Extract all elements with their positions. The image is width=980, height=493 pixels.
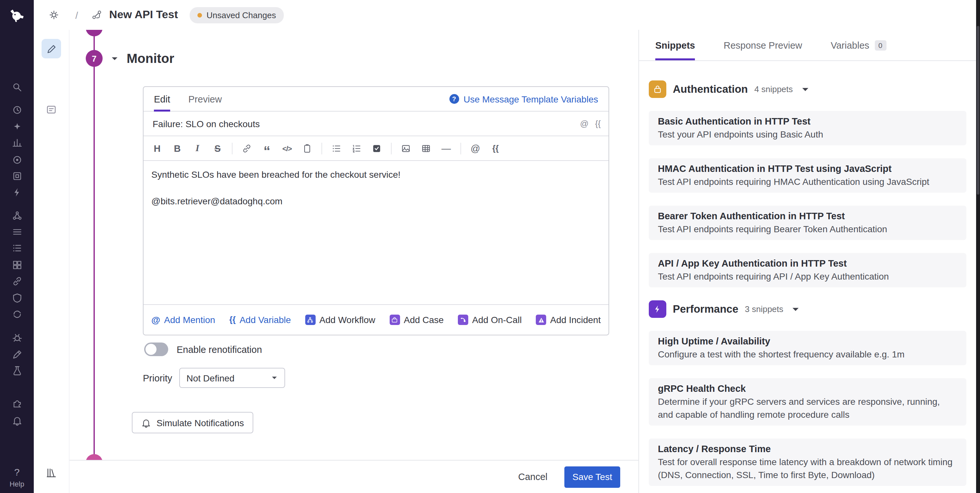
security-icon[interactable] xyxy=(0,290,34,306)
add-incident-button[interactable]: Add Incident xyxy=(536,315,601,325)
tab-response-preview[interactable]: Response Preview xyxy=(724,30,802,60)
mention-hint-icon[interactable]: @ xyxy=(580,119,589,128)
search-icon[interactable] xyxy=(0,79,34,95)
priority-label: Priority xyxy=(143,373,172,383)
add-variable-button[interactable]: {{ Add Variable xyxy=(229,315,291,325)
test-config-icon[interactable] xyxy=(34,104,69,116)
tab-preview[interactable]: Preview xyxy=(188,87,222,111)
snippet-item[interactable]: HMAC Authentication in HTTP Test using J… xyxy=(649,158,966,193)
sparkles-icon[interactable] xyxy=(0,119,34,134)
help-circle-icon: ? xyxy=(449,94,459,104)
unsaved-dot-icon xyxy=(197,13,202,17)
help-label: Help xyxy=(0,480,34,488)
step-title: Monitor xyxy=(127,51,174,66)
snippet-item[interactable]: API / App Key Authentication in HTTP Tes… xyxy=(649,253,966,287)
strikethrough-button[interactable]: S xyxy=(212,142,223,155)
error-tracking-icon[interactable] xyxy=(0,330,34,345)
horizontal-rule-icon[interactable]: — xyxy=(440,142,452,155)
image-icon[interactable] xyxy=(400,142,412,155)
synthetics-icon[interactable] xyxy=(0,346,34,362)
history-icon[interactable] xyxy=(0,102,34,117)
page-scrollbar[interactable] xyxy=(976,0,980,493)
case-icon xyxy=(389,315,400,325)
priority-select[interactable]: Not Defined xyxy=(179,368,285,388)
table-icon[interactable] xyxy=(420,142,432,155)
lab-icon[interactable] xyxy=(0,363,34,378)
toolbar-divider xyxy=(232,143,232,154)
chevron-down-icon xyxy=(271,374,278,381)
mention-icon[interactable]: @ xyxy=(469,142,481,155)
save-test-button[interactable]: Save Test xyxy=(564,466,620,487)
workflow-icon xyxy=(305,315,316,325)
message-body-editor[interactable]: Synthetic SLOs have been breached for th… xyxy=(143,161,609,305)
dashboards-icon[interactable] xyxy=(0,135,34,151)
add-case-button[interactable]: Add Case xyxy=(389,315,444,325)
add-mention-button[interactable]: @ Add Mention xyxy=(151,315,215,325)
metrics-icon[interactable] xyxy=(0,152,34,167)
tab-variables[interactable]: Variables 0 xyxy=(830,30,886,60)
quote-icon[interactable]: “ xyxy=(261,139,273,157)
simulate-notifications-button[interactable]: Simulate Notifications xyxy=(132,412,253,433)
tab-snippets[interactable]: Snippets xyxy=(655,30,695,60)
link-icon[interactable] xyxy=(241,142,253,155)
variable-icon[interactable]: {{ xyxy=(490,142,501,155)
variable-hint-icon[interactable]: {{ xyxy=(595,119,601,128)
cancel-button[interactable]: Cancel xyxy=(518,472,547,482)
add-oncall-button[interactable]: Add On-Call xyxy=(458,315,522,325)
app-sidebar: ? Help xyxy=(0,0,34,493)
breadcrumb: / xyxy=(75,10,78,21)
datadog-logo[interactable] xyxy=(0,6,34,25)
settings-gear-icon[interactable] xyxy=(48,9,60,21)
template-variables-link[interactable]: ? Use Message Template Variables xyxy=(449,94,598,104)
variables-count-badge: 0 xyxy=(875,40,886,50)
snippet-item[interactable]: gRPC Health Check Determine if your gRPC… xyxy=(649,378,966,426)
section-count: 3 snippets xyxy=(745,304,784,314)
chevron-down-icon[interactable] xyxy=(791,304,800,314)
code-icon[interactable]: </> xyxy=(281,142,293,155)
toolbar-divider xyxy=(391,143,391,154)
section-title: Authentication xyxy=(673,83,748,95)
bold-button[interactable]: B xyxy=(172,142,183,155)
tab-edit[interactable]: Edit xyxy=(154,87,170,111)
service-map-icon[interactable] xyxy=(0,208,34,223)
panel-tabs: Snippets Response Preview Variables 0 xyxy=(639,30,976,61)
help-section[interactable]: ? Help xyxy=(0,467,34,488)
edit-test-button[interactable] xyxy=(41,39,61,59)
status-badge: Unsaved Changes xyxy=(189,7,284,23)
snippet-item[interactable]: Bearer Token Authentication in HTTP Test… xyxy=(649,206,966,240)
secondary-rail xyxy=(34,30,70,493)
library-icon[interactable] xyxy=(34,467,69,479)
pipelines-icon[interactable] xyxy=(0,224,34,239)
renotification-toggle[interactable] xyxy=(144,342,168,356)
software-icon[interactable] xyxy=(0,257,34,273)
links-icon[interactable] xyxy=(0,273,34,289)
bullet-list-icon[interactable] xyxy=(331,142,342,155)
snippet-item[interactable]: Basic Authentication in HTTP Test Test y… xyxy=(649,111,966,145)
snippets-panel: Snippets Response Preview Variables 0 Au… xyxy=(639,30,976,493)
scrollbar-thumb[interactable] xyxy=(977,26,979,195)
chevron-down-icon[interactable] xyxy=(801,85,810,94)
numbered-list-icon[interactable] xyxy=(351,142,363,155)
priority-row: Priority Not Defined xyxy=(143,368,285,388)
step-rail-line xyxy=(94,30,95,484)
subject-hints: @ {{ xyxy=(580,119,601,128)
formatting-toolbar: H B I S “ </> — @ {{ xyxy=(143,136,609,161)
add-workflow-button[interactable]: Add Workflow xyxy=(305,315,375,325)
app-root: ? Help / New API Test Unsaved Changes 7 xyxy=(0,0,980,493)
help-icon[interactable]: ? xyxy=(0,467,34,477)
heading-button[interactable]: H xyxy=(151,142,163,155)
collapse-chevron-icon[interactable] xyxy=(110,54,119,63)
section-header-authentication: Authentication 4 snippets xyxy=(649,81,966,98)
sync-icon[interactable] xyxy=(0,306,34,322)
apm-icon[interactable] xyxy=(0,184,34,200)
logs-icon[interactable] xyxy=(0,240,34,255)
infrastructure-icon[interactable] xyxy=(0,168,34,184)
checkbox-icon[interactable] xyxy=(371,142,382,155)
code-block-icon[interactable] xyxy=(301,142,313,155)
italic-button[interactable]: I xyxy=(192,142,203,155)
snippet-item[interactable]: Latency / Response Time Test for overall… xyxy=(649,439,966,486)
notifications-icon[interactable] xyxy=(0,412,34,428)
integrations-icon[interactable] xyxy=(0,396,34,411)
snippet-item[interactable]: High Uptime / Availability Configure a t… xyxy=(649,331,966,365)
subject-input[interactable] xyxy=(151,118,580,129)
